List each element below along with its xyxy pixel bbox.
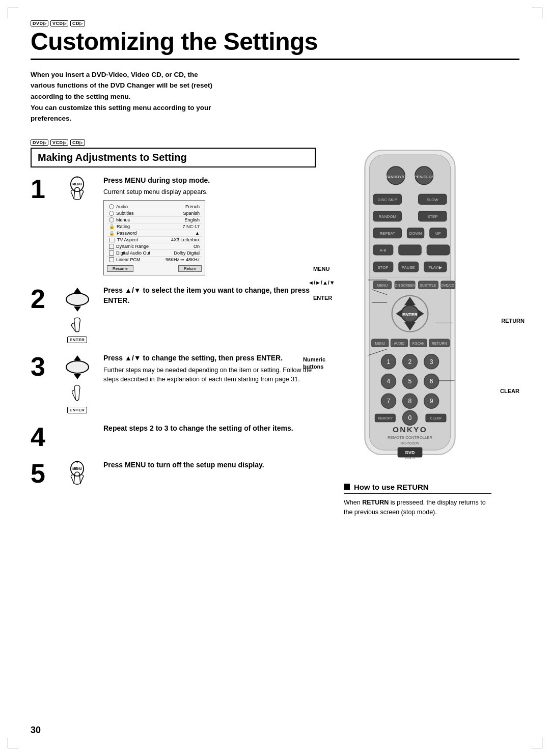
svg-text:DISC SKIP: DISC SKIP bbox=[378, 197, 397, 202]
menu-row-audio: Audio French bbox=[107, 204, 202, 210]
svg-marker-4 bbox=[74, 306, 81, 312]
svg-text:SUBTITLE: SUBTITLE bbox=[420, 284, 436, 287]
remote-control-svg: STANDBY/ON OPEN/CLOSE DISC SKIP SLOW RAN… bbox=[344, 145, 476, 460]
page: DVD▷ VCD▷ CD▷ Customizing the Settings W… bbox=[0, 0, 550, 756]
svg-text:6: 6 bbox=[430, 378, 433, 385]
corner-mark-tr bbox=[532, 8, 542, 18]
svg-text:DVD/CD: DVD/CD bbox=[441, 284, 454, 287]
step-2-number: 2 bbox=[31, 286, 51, 312]
two-column-layout: DVD▷ VCD▷ CD▷ Making Adjustments to Sett… bbox=[31, 139, 519, 517]
resume-btn: Resume bbox=[107, 265, 133, 272]
svg-text:0: 0 bbox=[408, 414, 412, 422]
intro-text: When you insert a DVD-Video, Video CD, o… bbox=[31, 69, 300, 124]
step-4-content: Repeat steps 2 to 3 to change the settin… bbox=[103, 424, 316, 436]
section-badge-cd: CD▷ bbox=[70, 139, 85, 146]
corner-mark-bl bbox=[8, 738, 18, 748]
return-btn: Return bbox=[178, 265, 202, 272]
step-5: 5 MENU Press MENU to turn off the setup … bbox=[31, 460, 316, 488]
step-3-body: Further steps may be needed depending on… bbox=[103, 366, 316, 385]
svg-text:5: 5 bbox=[408, 378, 412, 385]
menu-row-dynamic: Dynamic Range On bbox=[107, 243, 202, 250]
enter-label-3: ENTER bbox=[67, 407, 88, 413]
step-5-content: Press MENU to turn off the setup menu di… bbox=[103, 460, 316, 472]
svg-text:MENU: MENU bbox=[375, 342, 386, 345]
enter-label-2: ENTER bbox=[67, 337, 88, 343]
svg-text:REMOTE CONTROLLER: REMOTE CONTROLLER bbox=[388, 435, 433, 440]
menu-row-digital-audio: Digital Audio Out Dolby Digital bbox=[107, 250, 202, 257]
svg-text:4: 4 bbox=[387, 378, 391, 385]
setup-menu-display: Audio French Subtitles Spanish Menus Eng… bbox=[103, 200, 205, 275]
svg-text:8: 8 bbox=[408, 398, 412, 405]
svg-text:RETURN: RETURN bbox=[432, 341, 447, 346]
section-title: Making Adjustments to Setting bbox=[38, 152, 309, 163]
page-number: 30 bbox=[31, 725, 41, 736]
title-underline bbox=[31, 59, 519, 60]
svg-text:AUDIO: AUDIO bbox=[394, 342, 404, 345]
step-3-icon: ENTER bbox=[58, 353, 96, 413]
section-badge-dvd: DVD▷ bbox=[31, 139, 48, 146]
how-to-return-header: How to use RETURN bbox=[344, 483, 491, 494]
svg-text:SLOW: SLOW bbox=[427, 197, 438, 202]
badge-cd: CD▷ bbox=[70, 20, 85, 26]
remote-return-label: RETURN bbox=[501, 318, 525, 324]
step-2-icon: ENTER bbox=[58, 286, 96, 343]
svg-text:1: 1 bbox=[387, 358, 391, 365]
svg-marker-7 bbox=[74, 374, 81, 379]
svg-text:PLAY/▶: PLAY/▶ bbox=[428, 265, 443, 269]
step-1: 1 MENU Press MENU during stop mode. bbox=[31, 176, 316, 275]
menu-row-tvaspect: TV Aspect 4X3 Letterbox bbox=[107, 237, 202, 243]
svg-text:MENU: MENU bbox=[72, 467, 82, 470]
remote-enter-label: ENTER bbox=[313, 295, 332, 301]
svg-text:3: 3 bbox=[430, 358, 433, 365]
step-1-body: Current setup menu display appears. bbox=[103, 187, 316, 197]
menu-row-subtitles: Subtitles Spanish bbox=[107, 210, 202, 217]
step-1-content: Press MENU during stop mode. Current set… bbox=[103, 176, 316, 275]
hand-menu-icon: MENU bbox=[66, 176, 89, 204]
svg-text:DVD: DVD bbox=[405, 450, 415, 455]
step-4: 4 Repeat steps 2 to 3 to change the sett… bbox=[31, 424, 316, 450]
menu-row-linear-pcm: Linear PCM 96KHz ⇒ 48KHz bbox=[107, 257, 202, 263]
svg-text:REPEAT: REPEAT bbox=[380, 231, 396, 236]
svg-text:RC-502DV: RC-502DV bbox=[400, 441, 420, 445]
how-to-return-title: How to use RETURN bbox=[354, 483, 429, 491]
step-5-icon: MENU bbox=[58, 460, 96, 488]
svg-text:MENU: MENU bbox=[72, 182, 82, 185]
step-2: 2 ENTER bbox=[31, 286, 316, 343]
remote-clear-label: CLEAR bbox=[500, 388, 519, 394]
svg-text:VIDEO: VIDEO bbox=[405, 456, 416, 460]
remote-menu-label: MENU bbox=[313, 266, 329, 272]
svg-text:STANDBY/ON: STANDBY/ON bbox=[383, 175, 409, 179]
svg-text:MEMORY: MEMORY bbox=[377, 416, 393, 420]
remote-wrapper: STANDBY/ON OPEN/CLOSE DISC SKIP SLOW RAN… bbox=[344, 145, 491, 462]
remote-nav-label: ◄/►/▲/▼ bbox=[308, 279, 335, 286]
svg-text:CLEAR: CLEAR bbox=[430, 416, 442, 420]
svg-text:ON SCREEN: ON SCREEN bbox=[395, 284, 415, 287]
section-header: Making Adjustments to Setting bbox=[31, 148, 316, 167]
svg-text:STEP: STEP bbox=[427, 214, 437, 219]
step-5-number: 5 bbox=[31, 460, 51, 487]
menu-row-menus: Menus English bbox=[107, 217, 202, 223]
corner-mark-tl bbox=[8, 8, 18, 18]
svg-text:9: 9 bbox=[430, 398, 433, 405]
hand-icon-2 bbox=[68, 316, 86, 333]
svg-text:MENU: MENU bbox=[377, 283, 388, 288]
remote-numeric-label: Numericbuttons bbox=[303, 356, 325, 371]
svg-point-5 bbox=[66, 293, 89, 305]
section-media-badges: DVD▷ VCD▷ CD▷ bbox=[31, 139, 316, 146]
section-bullet bbox=[344, 484, 350, 490]
step-3-number: 3 bbox=[31, 353, 51, 380]
svg-point-8 bbox=[66, 361, 89, 373]
step-3-heading: Press ▲/▼ to change the setting, then pr… bbox=[103, 353, 316, 363]
step-2-heading: Press ▲/▼ to select the item you want to… bbox=[103, 286, 316, 305]
step-4-heading: Repeat steps 2 to 3 to change the settin… bbox=[103, 424, 316, 434]
section-badge-vcd: VCD▷ bbox=[50, 139, 68, 146]
svg-text:RANDOM: RANDOM bbox=[379, 214, 396, 219]
svg-text:PAUSE: PAUSE bbox=[402, 265, 415, 269]
svg-marker-6 bbox=[74, 355, 81, 360]
menu-row-rating: 🔒Rating 7 NC-17 bbox=[107, 223, 202, 230]
badge-dvd: DVD▷ bbox=[31, 20, 48, 26]
hand-menu-icon-5: MENU bbox=[66, 460, 89, 488]
step-1-icon: MENU bbox=[58, 176, 96, 204]
step-1-heading: Press MENU during stop mode. bbox=[103, 176, 316, 186]
svg-text:UP: UP bbox=[435, 231, 441, 236]
